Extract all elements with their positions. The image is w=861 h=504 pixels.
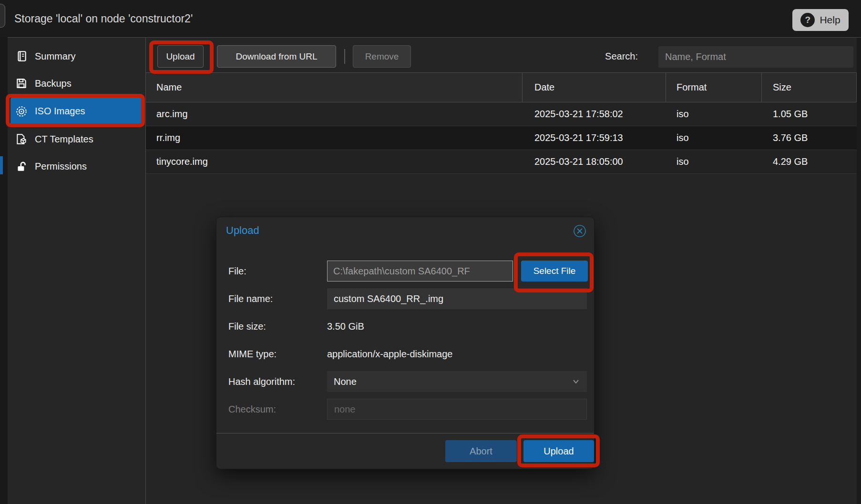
sidebar-item-backups[interactable]: Backups <box>10 71 143 95</box>
cell-format: iso <box>666 150 762 173</box>
cell-format: iso <box>666 102 762 126</box>
search-label: Search: <box>577 45 638 68</box>
toolbar-separator <box>344 49 345 64</box>
file-path-input[interactable] <box>327 261 513 282</box>
sidebar-item-summary[interactable]: Summary <box>10 44 143 68</box>
cell-name: arc.img <box>146 102 523 126</box>
column-header-name[interactable]: Name <box>146 73 523 102</box>
column-header-date[interactable]: Date <box>523 73 666 102</box>
file-size-label: File size: <box>228 316 326 337</box>
storage-sidebar: Summary Backups ISO Images CT Templates … <box>8 38 145 504</box>
help-button-label: Help <box>820 14 840 26</box>
file-name-label: File name: <box>228 288 326 309</box>
hash-algorithm-select[interactable]: None <box>327 371 587 392</box>
sidebar-item-label: Summary <box>35 51 76 62</box>
sidebar-item-label: ISO Images <box>35 106 85 117</box>
sidebar-item-label: Backups <box>35 78 72 89</box>
divider <box>216 433 594 433</box>
table-header: Name Date Format Size <box>146 72 857 102</box>
column-header-format[interactable]: Format <box>666 73 762 102</box>
cell-size: 4.29 GB <box>762 150 857 173</box>
upload-submit-button[interactable]: Upload <box>523 440 594 462</box>
download-from-url-button[interactable]: Download from URL <box>217 45 336 68</box>
file-size-value: 3.50 GiB <box>327 316 364 337</box>
cell-date: 2025-03-21 18:05:00 <box>523 150 666 173</box>
mime-type-label: MIME type: <box>228 343 326 364</box>
left-edge-strip <box>0 37 8 504</box>
abort-button[interactable]: Abort <box>445 440 517 462</box>
upload-toolbar-button[interactable]: Upload <box>157 45 204 68</box>
table-row[interactable]: rr.img 2025-03-21 17:59:13 iso 3.76 GB <box>146 126 857 150</box>
checksum-label: Checksum: <box>228 399 326 420</box>
table-row[interactable]: arc.img 2025-03-21 17:58:02 iso 1.05 GB <box>146 102 857 126</box>
panel-collapse-handle[interactable] <box>0 4 5 28</box>
cell-date: 2025-03-21 17:58:02 <box>523 102 666 126</box>
close-icon[interactable] <box>573 224 586 238</box>
floppy-icon <box>15 77 28 90</box>
file-label: File: <box>228 261 326 282</box>
sidebar-item-label: Permissions <box>35 161 87 172</box>
tree-selection-fragment <box>0 156 3 174</box>
hash-algorithm-label: Hash algorithm: <box>228 371 326 392</box>
search-input[interactable] <box>658 46 853 68</box>
sidebar-item-iso-images[interactable]: ISO Images <box>10 98 143 125</box>
cell-size: 3.76 GB <box>762 126 857 150</box>
book-icon <box>15 50 28 62</box>
ct-template-icon <box>15 133 28 145</box>
cell-name: rr.img <box>146 126 523 150</box>
remove-button[interactable]: Remove <box>353 45 411 68</box>
table-right-gutter <box>857 38 861 504</box>
column-header-size[interactable]: Size <box>762 73 857 102</box>
chevron-down-icon <box>572 378 580 385</box>
table-row[interactable]: tinycore.img 2025-03-21 18:05:00 iso 4.2… <box>146 150 857 174</box>
select-file-button[interactable]: Select File <box>521 261 588 282</box>
help-button[interactable]: ? Help <box>792 9 849 31</box>
header-bar: Storage 'local' on node 'constructor2' ?… <box>0 0 861 37</box>
cell-date: 2025-03-21 17:59:13 <box>523 126 666 150</box>
page-title: Storage 'local' on node 'constructor2' <box>14 0 193 37</box>
cell-size: 1.05 GB <box>762 102 857 126</box>
help-icon: ? <box>800 13 815 27</box>
hash-algorithm-value: None <box>334 376 357 387</box>
sidebar-item-ct-templates[interactable]: CT Templates <box>10 127 143 151</box>
sidebar-item-label: CT Templates <box>35 134 93 145</box>
file-name-input[interactable] <box>327 288 587 309</box>
checksum-input <box>327 399 587 420</box>
cell-format: iso <box>666 126 762 150</box>
mime-type-value: application/x-apple-diskimage <box>327 343 452 364</box>
sidebar-item-permissions[interactable]: Permissions <box>10 154 143 178</box>
dialog-title: Upload <box>226 217 259 244</box>
cell-name: tinycore.img <box>146 150 523 173</box>
disc-icon <box>15 105 28 118</box>
lock-open-icon <box>15 160 28 172</box>
upload-dialog: Upload File: Select File File name: File… <box>216 217 594 469</box>
